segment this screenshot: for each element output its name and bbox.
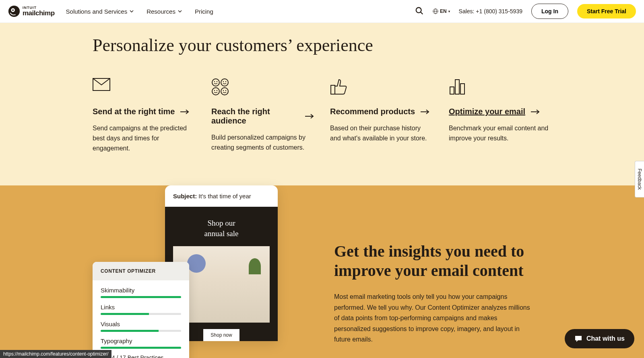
faces-icon bbox=[211, 78, 314, 96]
svg-rect-26 bbox=[455, 80, 459, 94]
language-selector[interactable]: EN ▾ bbox=[433, 8, 450, 14]
opt-label: Skimmability bbox=[101, 287, 181, 294]
insights-desc: Most email marketing tools only tell you… bbox=[334, 292, 535, 345]
svg-rect-23 bbox=[331, 85, 335, 94]
optimizer-header: CONTENT OPTIMIZER bbox=[93, 262, 189, 280]
globe-icon bbox=[433, 8, 438, 14]
optimizer-row: Skimmability bbox=[101, 287, 181, 298]
sales-phone[interactable]: Sales: +1 (800) 315-5939 bbox=[459, 8, 522, 14]
svg-rect-25 bbox=[450, 87, 454, 94]
content-optimizer-panel: CONTENT OPTIMIZER Skimmability Links Vis… bbox=[93, 262, 189, 358]
opt-fill bbox=[101, 347, 181, 349]
chat-icon bbox=[574, 335, 582, 343]
best-practices-row: ✓ 14 / 17 Best Practices bbox=[101, 354, 181, 358]
opt-fill bbox=[101, 330, 159, 332]
hero-line1: Shop our bbox=[207, 219, 235, 227]
subject-text: It's that time of year bbox=[197, 193, 251, 200]
insights-text: Get the insights you need to improve you… bbox=[334, 222, 551, 345]
card-title-text: Reach the right audience bbox=[211, 107, 299, 126]
nav-pricing[interactable]: Pricing bbox=[195, 8, 213, 15]
svg-point-16 bbox=[212, 88, 219, 95]
card-send-time: Send at the right time Send campaigns at… bbox=[93, 78, 195, 153]
svg-point-11 bbox=[214, 81, 215, 82]
personalize-section: Personalize your customers’ experience S… bbox=[0, 23, 644, 185]
feature-cards: Send at the right time Send campaigns at… bbox=[93, 78, 551, 153]
card-desc: Based on their purchase history and what… bbox=[330, 123, 433, 144]
card-desc: Benchmark your email content and improve… bbox=[449, 123, 551, 144]
chevron-down-icon bbox=[178, 10, 182, 12]
optimizer-row: Links bbox=[101, 304, 181, 315]
card-desc: Send campaigns at the predicted best day… bbox=[93, 123, 195, 153]
card-recommend: Recommend products Based on their purcha… bbox=[330, 78, 433, 153]
arrow-right-icon bbox=[180, 109, 189, 115]
opt-label: Links bbox=[101, 304, 181, 311]
svg-point-15 bbox=[225, 81, 226, 82]
envelope-icon bbox=[93, 78, 195, 96]
svg-point-20 bbox=[223, 90, 224, 91]
main-nav: Solutions and Services Resources Pricing bbox=[66, 8, 213, 15]
insights-title: Get the insights you need to improve you… bbox=[334, 242, 551, 280]
svg-point-19 bbox=[221, 88, 228, 95]
logo-text: INTUIT mailchimp bbox=[23, 6, 55, 16]
chat-label: Chat with us bbox=[586, 335, 625, 342]
opt-fill bbox=[101, 313, 149, 315]
subject-label: Subject: bbox=[173, 193, 197, 200]
opt-label: Typography bbox=[101, 337, 181, 344]
login-button[interactable]: Log In bbox=[531, 4, 568, 19]
svg-line-4 bbox=[421, 12, 423, 14]
personalize-title: Personalize your customers’ experience bbox=[93, 35, 551, 56]
card-title-text: Recommend products bbox=[330, 107, 415, 116]
arrow-right-icon bbox=[531, 109, 540, 115]
card-audience: Reach the right audience Build personali… bbox=[211, 78, 314, 153]
svg-point-17 bbox=[214, 90, 215, 91]
nav-solutions[interactable]: Solutions and Services bbox=[66, 8, 134, 15]
bar-chart-icon bbox=[449, 78, 551, 96]
svg-point-10 bbox=[212, 79, 219, 86]
card-title-text: Optimize your email bbox=[449, 107, 525, 116]
search-button[interactable] bbox=[415, 6, 424, 16]
svg-point-3 bbox=[416, 7, 421, 12]
optimizer-row: Visuals bbox=[101, 321, 181, 332]
svg-point-18 bbox=[217, 90, 217, 91]
svg-point-13 bbox=[221, 79, 228, 86]
svg-rect-27 bbox=[460, 84, 464, 94]
svg-point-2 bbox=[12, 9, 14, 11]
logo-mailchimp: mailchimp bbox=[23, 10, 55, 16]
insights-visual: Subject: It's that time of year Shop our… bbox=[93, 222, 310, 358]
lang-caret: ▾ bbox=[448, 10, 450, 13]
status-bar-url: https://mailchimp.com/features/content-o… bbox=[0, 350, 111, 358]
nav-resources[interactable]: Resources bbox=[147, 8, 182, 15]
feedback-tab[interactable]: Feedback bbox=[635, 161, 644, 198]
mailchimp-logo-icon bbox=[8, 5, 20, 17]
nav-label: Pricing bbox=[195, 8, 213, 15]
opt-label: Visuals bbox=[101, 321, 181, 327]
header-right: EN ▾ Sales: +1 (800) 315-5939 Log In Sta… bbox=[415, 4, 636, 19]
arrow-right-icon bbox=[305, 113, 314, 119]
card-title-link[interactable]: Reach the right audience bbox=[211, 107, 314, 126]
main-header: INTUIT mailchimp Solutions and Services … bbox=[0, 0, 644, 23]
opt-fill bbox=[101, 296, 181, 298]
best-practices-text: 14 / 17 Best Practices bbox=[109, 354, 163, 358]
arrow-right-icon bbox=[421, 109, 429, 115]
thumbs-up-icon bbox=[330, 78, 433, 96]
card-title-text: Send at the right time bbox=[93, 107, 175, 116]
card-title-link[interactable]: Optimize your email bbox=[449, 107, 551, 116]
header-left: INTUIT mailchimp Solutions and Services … bbox=[8, 5, 213, 17]
svg-point-14 bbox=[223, 81, 224, 82]
email-subject: Subject: It's that time of year bbox=[165, 185, 278, 207]
card-title-link[interactable]: Send at the right time bbox=[93, 107, 195, 116]
svg-point-12 bbox=[217, 81, 217, 82]
optimizer-row: Typography bbox=[101, 337, 181, 349]
card-desc: Build personalized campaigns by creating… bbox=[211, 133, 314, 153]
logo[interactable]: INTUIT mailchimp bbox=[8, 5, 55, 17]
nav-label: Resources bbox=[147, 8, 175, 15]
chat-button[interactable]: Chat with us bbox=[565, 329, 634, 348]
lang-label: EN bbox=[440, 8, 447, 14]
card-optimize: Optimize your email Benchmark your email… bbox=[449, 78, 551, 153]
start-trial-button[interactable]: Start Free Trial bbox=[577, 4, 636, 19]
svg-point-21 bbox=[225, 90, 226, 91]
insights-section: Subject: It's that time of year Shop our… bbox=[0, 185, 644, 358]
shop-now-button: Shop now bbox=[203, 329, 239, 341]
chevron-down-icon bbox=[130, 10, 134, 12]
card-title-link[interactable]: Recommend products bbox=[330, 107, 433, 116]
